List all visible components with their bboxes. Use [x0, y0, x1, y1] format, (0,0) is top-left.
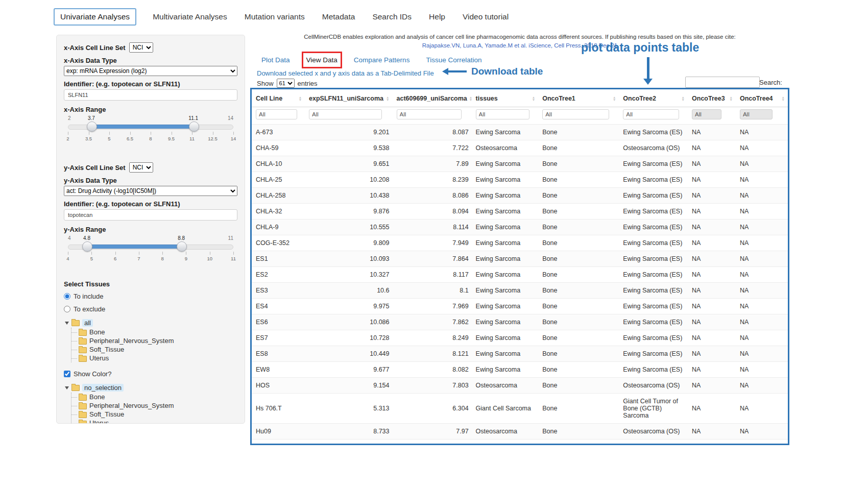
column-filter-oncotree4[interactable]	[740, 109, 773, 119]
nav-tab-multivariate-analyses[interactable]: Multivariate Analyses	[152, 8, 228, 26]
tree-node-peripheral-nervous-system[interactable]: Peripheral_Nervous_System	[79, 401, 237, 410]
tree-node-label[interactable]: Soft_Tissue	[89, 346, 124, 353]
table-cell: Ewing Sarcoma (ES)	[619, 172, 688, 188]
x-data-type-select[interactable]: exp: mRNA Expression (log2)	[64, 66, 237, 76]
x-slider-active-bar[interactable]	[91, 125, 194, 129]
tree-node-label[interactable]: Peripheral_Nervous_System	[89, 337, 174, 345]
column-header-oncotree2[interactable]: OncoTree2▲▼	[619, 89, 688, 107]
citation-link[interactable]: Rajapakse.VN, Luna.A, Yamade.M et al. iS…	[250, 42, 789, 48]
table-cell: Osteosarcoma	[472, 378, 539, 394]
column-filter-oncotree3[interactable]	[692, 109, 721, 119]
to-exclude-radio-row[interactable]: To exclude	[64, 304, 237, 313]
nav-tab-mutation-variants[interactable]: Mutation variants	[244, 8, 306, 26]
x-cell-line-set-label: x-Axis Cell Line Set	[64, 44, 126, 52]
to-exclude-label: To exclude	[74, 305, 105, 313]
tree-node-peripheral-nervous-system[interactable]: Peripheral_Nervous_System	[79, 336, 237, 345]
y-slider-handle-from[interactable]	[82, 241, 92, 252]
to-include-radio-row[interactable]: To include	[64, 291, 237, 301]
tree-node-bone[interactable]: Bone	[79, 393, 237, 401]
download-tsv-link[interactable]: Download selected x and y axis data as a…	[257, 69, 434, 77]
y-axis-range-slider[interactable]: 4 11 4.8 8.8 4567891011	[68, 241, 233, 268]
include-tree-root-label[interactable]: all	[82, 319, 93, 327]
table-cell: Bone	[538, 172, 619, 188]
column-header-oncotree1[interactable]: OncoTree1▲▼	[538, 89, 619, 107]
subtab-plot-data[interactable]: Plot Data	[261, 56, 290, 64]
show-color-checkbox[interactable]	[64, 371, 70, 377]
column-header-cell-line[interactable]: Cell Line▲▼	[252, 89, 305, 107]
sort-icon[interactable]: ▲▼	[299, 96, 302, 101]
column-filter-oncotree2[interactable]	[623, 109, 679, 119]
tree-node-label[interactable]: Bone	[89, 393, 105, 401]
table-cell: Ewing Sarcoma	[472, 188, 539, 204]
column-filter-tissues[interactable]	[476, 109, 529, 119]
column-filter-expslfn11-unisarcoma[interactable]	[309, 109, 382, 119]
column-header-act609699-unisarcoma[interactable]: act609699_uniSarcoma▲▼	[393, 89, 472, 107]
sort-icon[interactable]: ▲▼	[532, 96, 535, 101]
column-filter-cell-line[interactable]	[256, 109, 297, 119]
tree-node-label[interactable]: Uterus	[89, 354, 109, 362]
column-filter-oncotree1[interactable]	[542, 109, 609, 119]
nav-tab-video-tutorial[interactable]: Video tutorial	[462, 8, 510, 26]
table-row: ES310.68.1Ewing SarcomaBoneEwing Sarcoma…	[252, 283, 788, 299]
tree-node-label[interactable]: Bone	[89, 328, 105, 336]
x-slider-handle-from[interactable]	[87, 121, 97, 132]
column-header-tissues[interactable]: tissues▲▼	[472, 89, 539, 107]
table-cell: NA	[688, 156, 736, 172]
y-slider-handle-to[interactable]	[177, 241, 187, 252]
nav-tab-search-ids[interactable]: Search IDs	[371, 8, 413, 26]
subtab-compare-patterns[interactable]: Compare Patterns	[354, 56, 410, 64]
sort-icon[interactable]: ▲▼	[682, 96, 685, 101]
tree-node-label[interactable]: Peripheral_Nervous_System	[89, 402, 174, 409]
entries-count-select[interactable]: 61	[277, 79, 295, 88]
sort-icon[interactable]: ▲▼	[613, 96, 616, 101]
x-range-from-label: 3.7	[87, 115, 96, 121]
column-header-oncotree4[interactable]: OncoTree4▲▼	[736, 89, 788, 107]
tree-node-label[interactable]: Uterus	[89, 419, 109, 424]
tree-caret-icon[interactable]	[65, 386, 69, 389]
x-axis-range-slider[interactable]: 2 14 3.7 11.1 23.556.589.51112.514	[68, 121, 233, 148]
table-cell: 8.082	[393, 362, 472, 378]
tree-caret-icon[interactable]	[65, 322, 69, 325]
sort-icon[interactable]: ▲▼	[469, 96, 472, 101]
tree-node-soft-tissue[interactable]: Soft_Tissue	[79, 345, 237, 354]
sort-icon[interactable]: ▲▼	[729, 96, 732, 101]
to-include-label: To include	[74, 292, 104, 300]
column-filter-act609699-unisarcoma[interactable]	[397, 109, 462, 119]
table-cell: NA	[736, 267, 788, 283]
table-cell: Ewing Sarcoma	[472, 362, 539, 378]
y-cell-line-set-select[interactable]: NCI	[129, 162, 153, 173]
slider-tick	[139, 252, 139, 255]
x-slider-handle-to[interactable]	[189, 121, 199, 132]
to-include-radio[interactable]	[64, 293, 70, 300]
nav-tab-help[interactable]: Help	[428, 8, 446, 26]
nav-tab-univariate-analyses[interactable]: Univariate Analyses	[54, 8, 136, 26]
sort-icon[interactable]: ▲▼	[782, 96, 785, 101]
slider-tick	[233, 252, 234, 255]
table-cell: Ewing Sarcoma (ES)	[619, 283, 688, 299]
tree-node-uterus[interactable]: Uterus	[79, 419, 237, 424]
sort-icon[interactable]: ▲▼	[386, 96, 389, 101]
y-data-type-select[interactable]: act: Drug Activity (-log10[IC50M])	[64, 186, 237, 196]
tree-node-soft-tissue[interactable]: Soft_Tissue	[79, 410, 237, 419]
tree-node-label[interactable]: Soft_Tissue	[89, 410, 124, 418]
subtab-tissue-correlation[interactable]: Tissue Correlation	[426, 56, 481, 64]
to-exclude-radio[interactable]	[64, 306, 70, 312]
exclude-tree-root-label[interactable]: no_selection	[82, 384, 124, 392]
subtab-view-data[interactable]: View Data	[306, 56, 337, 64]
x-identifier-input[interactable]	[64, 89, 237, 101]
nav-tab-metadata[interactable]: Metadata	[321, 8, 356, 26]
table-cell: Ewing Sarcoma (ES)	[619, 330, 688, 346]
column-header-oncotree3[interactable]: OncoTree3▲▼	[688, 89, 736, 107]
x-cell-line-set-select[interactable]: NCI	[129, 42, 153, 53]
column-header-expslfn11-unisarcoma[interactable]: expSLFN11_uniSarcoma▲▼	[305, 89, 392, 107]
table-cell: 7.89	[393, 156, 472, 172]
show-color-row[interactable]: Show Color?	[64, 369, 237, 378]
tree-node-uterus[interactable]: Uterus	[79, 354, 237, 362]
y-identifier-input[interactable]	[64, 209, 237, 221]
slider-tick-label: 5	[108, 136, 110, 141]
tree-node-bone[interactable]: Bone	[79, 328, 237, 336]
y-slider-active-bar[interactable]	[87, 245, 181, 249]
table-cell: CHLA-25	[252, 172, 305, 188]
table-cell: 10.728	[305, 330, 392, 346]
search-input[interactable]	[685, 77, 760, 88]
